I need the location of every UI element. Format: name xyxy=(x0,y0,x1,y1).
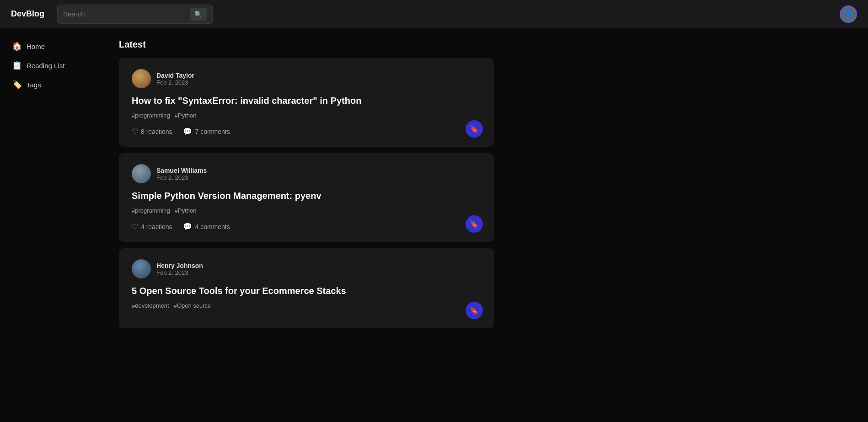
post-tag: #programming xyxy=(132,112,170,119)
sidebar-label-tags: Tags xyxy=(27,81,41,89)
reactions-count: 4 reactions xyxy=(141,223,172,230)
user-avatar-icon: 👤 xyxy=(844,10,853,18)
reactions-count: 8 reactions xyxy=(141,128,172,135)
bookmark-icon: 🔖 xyxy=(470,125,479,134)
author-name: Henry Johnson xyxy=(156,262,203,269)
main-content: Latest David Taylor Feb 2, 2023 How to f… xyxy=(101,28,512,422)
post-card-3[interactable]: Henry Johnson Feb 2, 2023 5 Open Source … xyxy=(119,248,494,328)
tags-icon: 🏷️ xyxy=(12,80,22,90)
post-footer: ♡ 8 reactions 💬 7 comments xyxy=(132,127,481,136)
post-date: Feb 2, 2023 xyxy=(156,269,203,276)
bookmark-button[interactable]: 🔖 xyxy=(466,215,483,233)
bookmark-button[interactable]: 🔖 xyxy=(466,120,483,138)
home-icon: 🏠 xyxy=(12,41,22,51)
post-card-1[interactable]: David Taylor Feb 2, 2023 How to fix "Syn… xyxy=(119,58,494,147)
post-meta: Samuel Williams Feb 2, 2023 xyxy=(132,164,481,183)
search-button[interactable]: 🔍 xyxy=(190,8,207,21)
author-avatar xyxy=(132,259,151,278)
heart-icon: ♡ xyxy=(132,222,138,231)
layout: 🏠 Home 📋 Reading List 🏷️ Tags Latest Dav… xyxy=(0,28,868,422)
reactions-stat[interactable]: ♡ 4 reactions xyxy=(132,222,172,231)
post-tag: #development xyxy=(132,302,169,309)
user-avatar[interactable]: 👤 xyxy=(840,5,857,23)
post-date: Feb 2, 2023 xyxy=(156,174,207,181)
post-title: 5 Open Source Tools for your Ecommerce S… xyxy=(132,285,481,297)
author-name: David Taylor xyxy=(156,72,194,79)
post-tag: #programming xyxy=(132,207,170,214)
sidebar-item-home[interactable]: 🏠 Home xyxy=(7,37,93,55)
comments-stat[interactable]: 💬 7 comments xyxy=(183,127,230,136)
post-tags: #programming#Python xyxy=(132,112,481,119)
post-meta: Henry Johnson Feb 2, 2023 xyxy=(132,259,481,278)
post-footer: ♡ 4 reactions 💬 4 comments xyxy=(132,222,481,231)
author-block: Henry Johnson Feb 2, 2023 xyxy=(156,262,203,276)
reactions-stat[interactable]: ♡ 8 reactions xyxy=(132,127,172,136)
posts-container: David Taylor Feb 2, 2023 How to fix "Syn… xyxy=(119,58,494,328)
header: DevBlog 🔍 👤 xyxy=(0,0,868,28)
logo: DevBlog xyxy=(11,9,44,19)
post-title: How to fix "SyntaxError: invalid charact… xyxy=(132,95,481,107)
search-wrapper: 🔍 xyxy=(57,5,213,24)
post-title: Simple Python Version Management: pyenv xyxy=(132,190,481,202)
comments-stat[interactable]: 💬 4 comments xyxy=(183,222,230,231)
search-input[interactable] xyxy=(63,10,186,18)
comments-count: 7 comments xyxy=(195,128,230,135)
post-tags: #programming#Python xyxy=(132,207,481,214)
section-title: Latest xyxy=(119,39,494,50)
search-icon: 🔍 xyxy=(194,11,202,18)
author-name: Samuel Williams xyxy=(156,167,207,174)
author-block: Samuel Williams Feb 2, 2023 xyxy=(156,167,207,181)
bookmark-icon: 🔖 xyxy=(470,306,479,315)
comment-icon: 💬 xyxy=(183,127,192,136)
sidebar-item-reading-list[interactable]: 📋 Reading List xyxy=(7,57,93,74)
sidebar-item-tags[interactable]: 🏷️ Tags xyxy=(7,76,93,93)
post-meta: David Taylor Feb 2, 2023 xyxy=(132,69,481,88)
post-tag: #Open source xyxy=(174,302,211,309)
sidebar-label-reading-list: Reading List xyxy=(27,62,64,69)
sidebar: 🏠 Home 📋 Reading List 🏷️ Tags xyxy=(0,28,101,422)
post-tag: #Python xyxy=(175,207,197,214)
post-tag: #Python xyxy=(175,112,197,119)
bookmark-button[interactable]: 🔖 xyxy=(466,302,483,319)
bookmark-icon: 🔖 xyxy=(470,220,479,229)
sidebar-label-home: Home xyxy=(27,43,45,50)
author-avatar xyxy=(132,69,151,88)
reading-list-icon: 📋 xyxy=(12,60,22,70)
heart-icon: ♡ xyxy=(132,127,138,136)
author-avatar xyxy=(132,164,151,183)
comments-count: 4 comments xyxy=(195,223,230,230)
comment-icon: 💬 xyxy=(183,222,192,231)
post-tags: #development#Open source xyxy=(132,302,481,309)
author-block: David Taylor Feb 2, 2023 xyxy=(156,72,194,86)
post-date: Feb 2, 2023 xyxy=(156,79,194,86)
post-card-2[interactable]: Samuel Williams Feb 2, 2023 Simple Pytho… xyxy=(119,153,494,242)
